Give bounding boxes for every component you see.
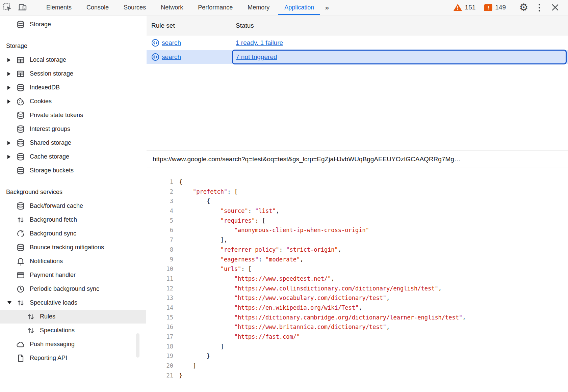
warnings-counter[interactable]: 151	[453, 3, 476, 11]
chevron-collapsed-icon[interactable]	[7, 100, 16, 104]
tab-console[interactable]: Console	[79, 0, 116, 15]
sidebar-item-label: Background fetch	[30, 216, 77, 223]
sidebar-item-rules[interactable]: Rules	[0, 310, 146, 324]
sidebar-item-reporting-api[interactable]: Reporting API	[0, 351, 146, 365]
sidebar-item-indexeddb[interactable]: IndexedDB	[0, 81, 146, 94]
section-header-storage: Storage	[0, 39, 146, 53]
rule-set-row[interactable]: search1 ready, 1 failure	[147, 36, 568, 50]
sidebar-item-speculative-loads[interactable]: Speculative loads	[0, 296, 146, 310]
line-content: {	[179, 177, 182, 187]
sidebar-item-label: Interest groups	[30, 125, 70, 133]
code-line: 3 {	[147, 196, 568, 206]
code-line: 14 "https://en.wikipedia.org/wiki/Test",	[147, 303, 568, 313]
sidebar-item-label: Rules	[40, 313, 55, 320]
sidebar-item-label: IndexedDB	[30, 84, 60, 91]
database-icon	[16, 202, 25, 211]
chevron-collapsed-icon[interactable]	[7, 86, 16, 90]
sidebar-item-label: Notifications	[30, 258, 63, 265]
sidebar-item-speculations[interactable]: Speculations	[0, 324, 146, 337]
tab-network[interactable]: Network	[153, 0, 190, 15]
line-content: "prefetch": [	[179, 187, 238, 197]
chevron-collapsed-icon[interactable]	[7, 141, 16, 145]
toolbar-divider-right	[514, 2, 514, 12]
database-icon	[16, 20, 25, 29]
sidebar-item-local-storage[interactable]: Local storage	[0, 53, 146, 67]
sidebar-item-background-fetch[interactable]: Background fetch	[0, 213, 146, 227]
device-toolbar-icon[interactable]	[15, 0, 30, 15]
tab-memory[interactable]: Memory	[240, 0, 277, 15]
chevron-collapsed-icon[interactable]	[7, 72, 16, 76]
line-content: {	[179, 196, 210, 206]
sidebar-item-periodic-background-sync[interactable]: Periodic background sync	[0, 282, 146, 296]
rule-set-link[interactable]: search	[162, 53, 181, 61]
status-link[interactable]: 1 ready, 1 failure	[236, 39, 283, 47]
rule-set-link[interactable]: search	[162, 39, 181, 47]
warning-count: 151	[465, 4, 476, 11]
code-line: 19 }	[147, 351, 568, 361]
rule-set-source-viewer[interactable]: 1{2 "prefetch": [3 {4 "source": "list",5…	[147, 168, 568, 392]
tab-performance[interactable]: Performance	[190, 0, 240, 15]
code-line: 11 "https://www.speedtest.net/",	[147, 274, 568, 284]
tab-sources[interactable]: Sources	[116, 0, 153, 15]
line-content: ]	[179, 361, 196, 371]
code-line: 16 "https://www.britannica.com/dictionar…	[147, 322, 568, 332]
more-tabs-chevron-icon[interactable]: ››	[321, 3, 332, 11]
sidebar-scrollbar[interactable]	[136, 333, 139, 358]
speculation-rules-icon	[151, 53, 159, 61]
sidebar-item-interest-groups[interactable]: Interest groups	[0, 122, 146, 136]
sidebar-item-payment-handler[interactable]: Payment handler	[0, 268, 146, 282]
tab-elements[interactable]: Elements	[39, 0, 79, 15]
line-number: 15	[147, 313, 173, 323]
status-cell[interactable]: 1 ready, 1 failure	[232, 36, 568, 50]
chevron-collapsed-icon[interactable]	[7, 58, 16, 62]
sidebar-item-background-sync[interactable]: Background sync	[0, 227, 146, 241]
inspect-element-icon[interactable]	[0, 0, 15, 15]
devtools-toolbar: ElementsConsoleSourcesNetworkPerformance…	[0, 0, 568, 16]
line-number: 21	[147, 371, 173, 381]
errors-counter[interactable]: ! 149	[484, 4, 506, 11]
sidebar-item-push-messaging[interactable]: Push messaging	[0, 337, 146, 351]
sidebar-item-shared-storage[interactable]: Shared storage	[0, 136, 146, 150]
updown-icon	[26, 326, 35, 335]
column-header-status: Status	[232, 16, 568, 35]
card-icon	[16, 271, 25, 280]
speculative-loads-panel: Rule set Status search1 ready, 1 failure…	[147, 16, 568, 392]
line-content: "eagerness": "moderate",	[179, 255, 304, 264]
code-line: 13 "https://www.vocabulary.com/dictionar…	[147, 293, 568, 303]
file-icon	[16, 354, 25, 363]
line-number: 11	[147, 274, 173, 284]
code-line: 10 "urls": [	[147, 264, 568, 274]
table-icon	[16, 56, 25, 64]
kebab-menu-icon[interactable]	[535, 1, 544, 14]
database-icon	[16, 111, 25, 120]
selection-focus-ring	[232, 50, 567, 64]
sidebar-item-storage[interactable]: Storage	[0, 18, 146, 31]
error-count: 149	[495, 4, 506, 11]
sidebar-item-bounce-tracking-mitigations[interactable]: Bounce tracking mitigations	[0, 241, 146, 254]
sidebar-item-back-forward-cache[interactable]: Back/forward cache	[0, 199, 146, 213]
sidebar-item-storage-buckets[interactable]: Storage buckets	[0, 164, 146, 177]
settings-gear-icon[interactable]: ⚙	[516, 0, 531, 15]
database-icon	[16, 83, 25, 92]
line-number: 8	[147, 245, 173, 255]
rule-set-row[interactable]: search7 not triggered	[147, 50, 568, 64]
sidebar-item-session-storage[interactable]: Session storage	[0, 67, 146, 81]
tab-application[interactable]: Application	[277, 0, 321, 15]
sidebar-item-notifications[interactable]: Notifications	[0, 254, 146, 268]
status-link[interactable]: 7 not triggered	[236, 53, 277, 61]
issue-bubble-icon: !	[484, 4, 492, 11]
sidebar-item-cache-storage[interactable]: Cache storage	[0, 150, 146, 164]
toolbar-divider	[32, 2, 32, 12]
sidebar-item-label: Cache storage	[30, 153, 69, 160]
rule-set-cell: search	[147, 50, 232, 64]
sidebar-item-label: Storage	[30, 21, 51, 28]
close-icon[interactable]	[548, 0, 563, 15]
line-content: "https://www.collinsdictionary.com/dicti…	[179, 284, 442, 293]
status-cell[interactable]: 7 not triggered	[232, 50, 568, 64]
sidebar-item-private-state-tokens[interactable]: Private state tokens	[0, 108, 146, 122]
chevron-collapsed-icon[interactable]	[7, 155, 16, 159]
line-number: 7	[147, 235, 173, 245]
chevron-expanded-icon[interactable]	[7, 301, 16, 304]
application-sidebar: StorageStorageLocal storageSession stora…	[0, 16, 146, 392]
sidebar-item-cookies[interactable]: Cookies	[0, 94, 146, 108]
